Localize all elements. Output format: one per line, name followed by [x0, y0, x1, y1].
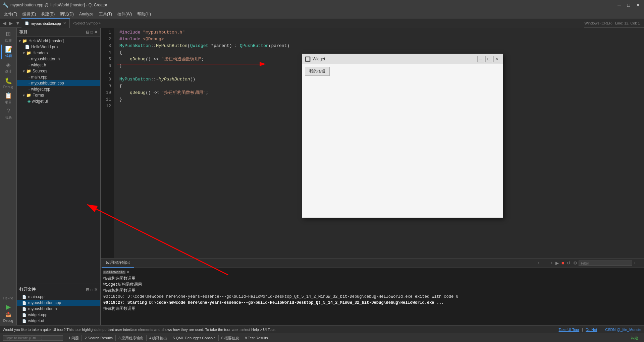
project-header-icon-3[interactable]: ✕ — [94, 30, 98, 35]
open-file-label-main: main.cpp — [28, 294, 45, 299]
menu-analyze[interactable]: Analyze — [76, 11, 96, 17]
sidebar-item-help[interactable]: ? 帮助 — [1, 106, 16, 121]
output-line-6: 00:19:27: Starting D:\code\newcode here\… — [103, 300, 641, 306]
output-toolbar-btn-minus[interactable]: − — [637, 260, 643, 266]
output-toolbar-btn-2[interactable]: ⟶ — [545, 260, 554, 266]
menu-tools[interactable]: 工具(T) — [96, 11, 115, 18]
sidebar-label-edit: 编辑 — [5, 54, 12, 58]
tab-close-icon[interactable]: ✕ — [63, 21, 66, 25]
project-panel: 项目 ⊟ □ ✕ ▼ 📁 HelloWorld [master] — [17, 28, 101, 325]
output-toolbar-btn-4[interactable]: ⚙ — [572, 260, 579, 266]
tree-label-mypushbutton-cpp: mypushbutton.cpp — [31, 81, 64, 86]
ui-file-icon: ◈ — [28, 99, 31, 104]
tour-bar: Would you like to take a quick UI tour? … — [0, 325, 644, 334]
sidebar-label-help: 帮助 — [5, 115, 12, 120]
status-test[interactable]: 8 Test Results — [242, 335, 271, 341]
do-not-link[interactable]: Do Not — [586, 328, 597, 332]
sidebar-item-welcome[interactable]: ⊞ 欢迎 — [1, 29, 16, 44]
sidebar-item-design[interactable]: ◈ 设计 — [1, 60, 16, 75]
widget-minimize[interactable]: ─ — [477, 56, 484, 62]
widget-icon: 🔲 — [305, 56, 311, 62]
tree-item-sources[interactable]: ▼ 📁 Sources — [17, 68, 100, 74]
close-button[interactable]: ✕ — [635, 2, 641, 8]
project-panel-title: 项目 — [19, 29, 28, 35]
output-line-7: 按钮构造函数调用 — [103, 306, 641, 312]
menu-controls[interactable]: 控件(W) — [115, 11, 135, 18]
status-qml[interactable]: 5 QML Debugger Console — [170, 335, 218, 341]
tree-item-pro[interactable]: 📄 HelloWorld.pro — [17, 44, 100, 50]
output-panel: 应用程序输出 ⟵ ⟶ ▶ ■ ↺ ⚙ + − HelloWorld✕ — [101, 258, 644, 325]
take-ui-tour-link[interactable]: Take UI Tour — [559, 328, 580, 332]
menu-file[interactable]: 文件(F) — [1, 11, 20, 18]
tab-nav-forward[interactable]: ▶ — [8, 20, 14, 26]
tree-item-forms[interactable]: ▼ 📁 Forms — [17, 92, 100, 98]
open-files-header[interactable]: 打开文件 ⊟ □ ✕ — [17, 285, 100, 294]
output-toolbar-btn-add[interactable]: + — [632, 260, 638, 266]
widget-maximize[interactable]: □ — [485, 56, 492, 62]
sidebar-icons: ⊞ 欢迎 📝 编辑 ◈ 设计 🐛 Debug 📋 项目 ? 帮助 — [0, 28, 17, 325]
open-file-label-widget-ui: widget.ui — [28, 319, 44, 323]
output-toolbar-btn-3[interactable]: ▶ — [554, 260, 560, 266]
open-file-icon-widget-ui: 📄 — [22, 319, 26, 323]
output-tab-app[interactable]: 应用程序输出 — [102, 259, 134, 268]
status-build-right[interactable]: 构建 — [628, 335, 641, 341]
menu-debug[interactable]: 调试(D) — [57, 11, 76, 18]
minimize-button[interactable]: ─ — [616, 2, 623, 8]
project-icon: 📋 — [5, 92, 12, 99]
open-files-icon-2[interactable]: □ — [91, 287, 93, 292]
symbol-bar[interactable]: <Select Symbol> — [70, 18, 585, 28]
tab-nav-down[interactable]: ▼ — [14, 20, 21, 26]
run-button[interactable]: ▶ — [6, 303, 11, 311]
tree-item-main-cpp[interactable]: ·· main.cpp — [17, 74, 100, 80]
menu-build[interactable]: 构建(B) — [39, 11, 57, 18]
tree-item-headers[interactable]: ▼ 📁 Headers — [17, 50, 100, 56]
tab-nav-back[interactable]: ◀ — [1, 20, 8, 26]
maximize-button[interactable]: □ — [625, 2, 632, 8]
line-col-indicator[interactable]: Line: 12, Col: 1 — [615, 21, 640, 25]
project-header-icons: ⊟ □ ✕ — [86, 30, 98, 35]
status-search[interactable]: 2 Search Results — [82, 335, 116, 341]
status-problems[interactable]: 1 问题 — [66, 335, 82, 341]
status-app-output[interactable]: 3 应用程序输出 — [116, 335, 147, 341]
my-button[interactable]: 我的按钮 — [305, 67, 330, 76]
bottom-status-bar: 1 问题 2 Search Results 3 应用程序输出 4 编译输出 5 … — [0, 334, 644, 342]
widget-close[interactable]: ✕ — [493, 56, 500, 62]
folder-icon: 📁 — [22, 39, 27, 43]
sidebar-item-edit[interactable]: 📝 编辑 — [1, 45, 16, 59]
output-filter-input[interactable] — [579, 261, 632, 266]
output-toolbar-btn-stop[interactable]: ■ — [560, 260, 566, 266]
open-files-icon-1[interactable]: ⊟ — [86, 287, 89, 292]
deploy-button[interactable]: 📤 — [5, 311, 11, 317]
tree-item-helloworld[interactable]: ▼ 📁 HelloWorld [master] — [17, 38, 100, 44]
status-overview[interactable]: 6 概要信息 — [219, 335, 242, 341]
sidebar-item-project[interactable]: 📋 项目 — [1, 91, 16, 106]
output-toolbar-btn-1[interactable]: ⟵ — [536, 260, 545, 266]
tree-item-widget-ui[interactable]: ◈ widget.ui — [17, 98, 100, 104]
tree-item-widget-cpp[interactable]: ·· widget.cpp — [17, 86, 100, 92]
output-line-2: Widget析构函数调用 — [103, 282, 641, 288]
open-file-widget-ui[interactable]: 📄 widget.ui — [17, 318, 100, 324]
open-file-main-cpp[interactable]: 📄 main.cpp — [17, 294, 100, 300]
open-file-widget-cpp[interactable]: 📄 widget.cpp — [17, 312, 100, 318]
tree-item-widget-h[interactable]: ·· widget.h — [17, 62, 100, 68]
output-line-1: 按钮构造函数调用 — [103, 276, 641, 282]
tour-right: Take UI Tour | Do Not CSDN @_ltie_Monste — [559, 328, 641, 332]
tree-item-mypushbutton-cpp[interactable]: ·· mypushbutton.cpp — [17, 80, 100, 86]
open-files-icon-3[interactable]: ✕ — [94, 287, 98, 292]
locate-input[interactable] — [3, 335, 63, 341]
sidebar-item-debug[interactable]: 🐛 Debug — [1, 75, 16, 90]
open-file-mypushbutton-cpp[interactable]: 📄 mypushbutton.cpp — [17, 300, 100, 306]
output-toolbar-btn-restart[interactable]: ↺ — [566, 260, 572, 266]
tab-mypushbutton-cpp[interactable]: 📄 mypushbutton.cpp ✕ — [21, 18, 70, 28]
line-ending-indicator[interactable]: Windows (CRLF) — [584, 21, 612, 25]
open-file-mypushbutton-h[interactable]: 📄 mypushbutton.h — [17, 306, 100, 312]
menu-help[interactable]: 帮助(H) — [135, 11, 154, 18]
status-compile[interactable]: 4 编译输出 — [147, 335, 170, 341]
tree-item-mypushbutton-h[interactable]: ·· mypushbutton.h — [17, 56, 100, 62]
sidebar-bottom: Hel•rld ▶ 📤 Debug — [3, 296, 13, 325]
open-files-title: 打开文件 — [19, 287, 36, 292]
menu-edit[interactable]: 编辑(E) — [20, 11, 39, 18]
tree-label-forms: Forms — [33, 93, 44, 98]
project-header-icon-2[interactable]: □ — [91, 30, 93, 35]
project-header-icon-1[interactable]: ⊟ — [86, 30, 89, 35]
